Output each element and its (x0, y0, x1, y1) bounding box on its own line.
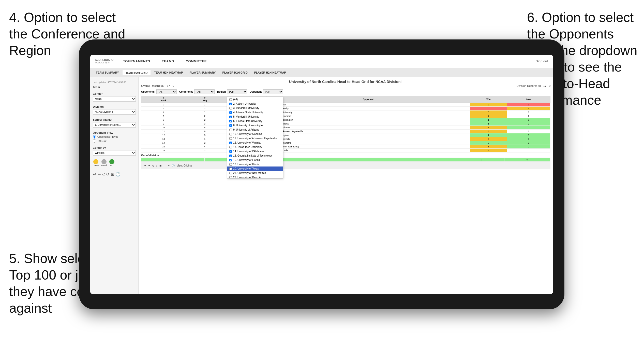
opponent-view-label: Opponent View (93, 131, 136, 134)
tab-team-summary[interactable]: TEAM SUMMARY (93, 70, 122, 75)
grid-records: Overall Record: 89 - 17 - 0 Division Rec… (141, 84, 550, 87)
back-icon[interactable]: ◁ (102, 172, 105, 177)
dropdown-item-13[interactable]: 13. Texas Tech University (227, 145, 283, 149)
dot-level: Level (101, 159, 107, 167)
view-label: View: Original (177, 164, 192, 167)
division-label: Division (93, 105, 136, 108)
school-select[interactable]: 1. University of North... (93, 122, 136, 128)
tab-player-summary[interactable]: PLAYER SUMMARY (186, 70, 219, 75)
table-row: 10 5 University of Alabama 3 0 (141, 126, 550, 130)
team-label: Team (93, 86, 136, 89)
refresh-icon[interactable]: ⟳ (106, 172, 110, 177)
tab-player-h2h-heatmap[interactable]: PLAYER H2H HEATMAP (251, 70, 289, 75)
dropdown-item-12[interactable]: 12. University of Virginia (227, 141, 283, 145)
tab-team-h2h-grid[interactable]: TEAM H2H GRID (123, 70, 151, 75)
opponent-dropdown-panel[interactable]: (All) 2. Auburn University 3. Vanderbilt… (227, 97, 283, 178)
main-content: Last Updated: 4/7/2024 16:55:38 Team Gen… (90, 77, 553, 294)
plus-icon[interactable]: + (168, 164, 170, 167)
clock-icon[interactable]: 🕐 (115, 172, 121, 177)
h2h-data-table: #Rank #Reg #Conf Opponent Win Loss 2 1 1 (141, 96, 550, 152)
nav-teams[interactable]: TEAMS (160, 58, 176, 64)
out-division-table: NCAA Division II 1 0 (141, 158, 550, 162)
dropdown-item-22[interactable]: 22. University of Georgia (227, 175, 283, 178)
dropdown-item-10[interactable]: 10. University of Alabama (227, 132, 283, 136)
sidebar-school-section: School (Rank) 1. University of North... (93, 118, 136, 128)
undo-icon[interactable]: ↩ (144, 164, 146, 167)
undo-icon[interactable]: ↩ (93, 172, 96, 177)
dot-up: Up (109, 159, 114, 167)
table-row: 9 3 University of Arizona 1 0 (141, 122, 550, 126)
gender-select[interactable]: Men's (93, 96, 136, 102)
redo-icon[interactable]: ↪ (97, 172, 101, 177)
tab-player-h2h-grid[interactable]: PLAYER H2H GRID (219, 70, 250, 75)
grid-title: University of North Carolina Head-to-Hea… (141, 80, 550, 84)
table-row: 16 2 University of Florida 5 (141, 149, 550, 152)
dropdown-item-21[interactable]: 21. University of New Mexico (227, 171, 283, 175)
col-rank: #Rank (141, 96, 186, 103)
filters-row: Opponents: (All) Conference (All) Region (141, 89, 550, 94)
table-row: 13 1 Texas Tech University 3 0 (141, 137, 550, 141)
grid-header: University of North Carolina Head-to-Hea… (141, 80, 550, 87)
gender-label: Gender (93, 92, 136, 95)
clock-icon[interactable]: 🕐 (172, 164, 175, 167)
opponent-filter-group: Opponent (All) (All) 2. Auburn Universit… (250, 89, 283, 94)
minus-icon[interactable]: — (163, 164, 166, 167)
opponents-filter-group: Opponents: (All) (141, 89, 177, 94)
dot-up-color (109, 159, 114, 164)
dropdown-item-9[interactable]: 9. University of Arizona (227, 128, 283, 132)
dropdown-item-3[interactable]: 3. Vanderbilt University (227, 106, 283, 110)
dropdown-item-18[interactable]: 18. University of Illinois (227, 162, 283, 166)
top-100-option[interactable]: Top 100 (93, 139, 136, 143)
opponent-filter-label: Opponent (250, 90, 262, 93)
dot-level-label: Level (101, 164, 107, 167)
dropdown-item-6[interactable]: 6. Florida State University (227, 119, 283, 123)
nav-tournaments[interactable]: TOURNAMENTS (121, 58, 152, 64)
opponents-played-option[interactable]: Opponents Played (93, 135, 136, 138)
dropdown-item-2[interactable]: 2. Auburn University (227, 102, 283, 106)
col-reg: #Reg (186, 96, 224, 103)
sidebar-toolbar: ↩ ↪ ◁ ⟳ ⊞ 🕐 (93, 172, 136, 177)
last-updated: Last Updated: 4/7/2024 16:55:38 (93, 81, 136, 84)
col-loss: Loss (507, 96, 550, 103)
opponents-filter-select[interactable]: (All) (156, 89, 177, 94)
table-row: 2 1 1 Auburn University 2 1 (141, 103, 550, 107)
opponent-view-section: Opponent View Opponents Played Top 100 (93, 131, 136, 143)
dot-down-color (93, 159, 98, 164)
sub-nav: TEAM SUMMARY TEAM H2H GRID TEAM H2H HEAT… (90, 68, 553, 77)
division-select[interactable]: NCAA Division I (93, 109, 136, 115)
dropdown-item-15[interactable]: 15. Georgia Institute of Technology (227, 154, 283, 158)
sidebar-team-section: Team (93, 86, 136, 89)
colour-select[interactable]: Win/loss (93, 150, 136, 156)
dropdown-item-14[interactable]: 14. University of Oklahoma (227, 149, 283, 154)
back-icon[interactable]: ◁ (152, 164, 154, 167)
dropdown-item-8[interactable]: 8. University of Washington (227, 123, 283, 128)
grid-area: University of North Carolina Head-to-Hea… (139, 77, 553, 294)
dropdown-item-11[interactable]: 11. University of Arkansas, Fayetteville (227, 136, 283, 141)
dropdown-item-16[interactable]: 16. University of Florida (227, 158, 283, 162)
tab-team-h2h-heatmap[interactable]: TEAM H2H HEATMAP (151, 70, 186, 75)
dot-up-label: Up (109, 164, 114, 167)
redo-icon[interactable]: ↪ (148, 164, 150, 167)
app-nav: 5COREBOARD Powered by © TOURNAMENTS TEAM… (90, 55, 553, 68)
table-row: 14 2 University of Oklahoma 2 2 (141, 141, 550, 145)
conference-filter-select[interactable]: (All) (194, 89, 215, 94)
home-icon[interactable]: ⌂ (156, 164, 157, 167)
table-row: 3 2 Vanderbilt University 0 4 (141, 107, 550, 110)
table-row: 12 3 University of Virginia 1 0 (141, 133, 550, 137)
table-row: 4 1 Arizona State University 5 1 (141, 110, 550, 114)
bottom-toolbar: ↩ ↪ ◁ ⌂ ⊞ — + 🕐 View: Original (141, 162, 550, 169)
crop-icon[interactable]: ⊞ (159, 164, 161, 167)
dropdown-item-5[interactable]: 5. Vanderbilt University (227, 115, 283, 119)
sidebar-colour-section: Colour by Win/loss (93, 146, 136, 156)
region-filter-select[interactable]: (All) (227, 89, 247, 94)
dropdown-item-20[interactable]: 20. University of Texas (227, 166, 283, 171)
nav-committee[interactable]: COMMITTEE (184, 58, 209, 64)
tablet-screen: 5COREBOARD Powered by © TOURNAMENTS TEAM… (90, 55, 553, 294)
sign-out-button[interactable]: Sign out (536, 59, 548, 63)
conference-filter-group: Conference (All) (179, 89, 215, 94)
opponent-filter-select[interactable]: (All) (263, 89, 283, 94)
crop-icon[interactable]: ⊞ (111, 172, 114, 177)
out-division-row: NCAA Division II 1 0 (141, 158, 550, 162)
dropdown-item-4[interactable]: 4. Arizona State University (227, 110, 283, 115)
dropdown-item-all[interactable]: (All) (227, 97, 283, 102)
